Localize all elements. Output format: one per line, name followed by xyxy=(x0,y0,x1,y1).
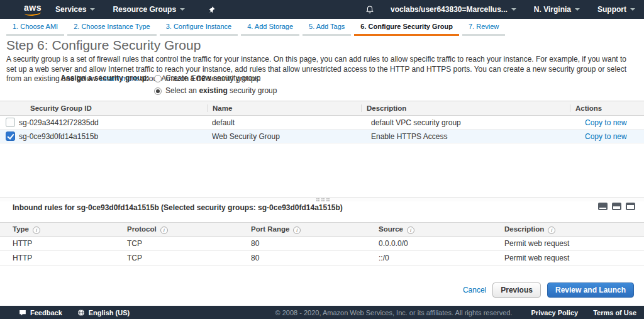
support-label: Support xyxy=(597,5,626,14)
chevron-down-icon xyxy=(180,8,185,11)
radio-label: Select an existing security group xyxy=(165,86,277,96)
radio-create-new-security-group[interactable]: Create a new security group xyxy=(154,74,277,83)
pushpin-icon[interactable] xyxy=(199,0,225,19)
privacy-policy-link[interactable]: Privacy Policy xyxy=(524,309,586,316)
radio-checked-icon[interactable] xyxy=(154,87,162,95)
user-account-menu[interactable]: voclabs/user643830=Marcellus... xyxy=(382,0,525,19)
tab-configure-security-group[interactable]: 6. Configure Security Group xyxy=(354,19,459,36)
speech-bubble-icon xyxy=(19,309,26,316)
aws-logo[interactable]: aws xyxy=(19,3,47,16)
feedback-button[interactable]: Feedback xyxy=(0,309,70,316)
support-menu[interactable]: Support xyxy=(589,0,644,19)
inbound-rules-table: Type Protocol Port Range Source Descript… xyxy=(0,222,644,266)
main-content: Step 6: Configure Security Group A secur… xyxy=(0,36,644,306)
rule-port-range: 80 xyxy=(251,239,379,248)
security-group-id: sg-029a34412f72835dd xyxy=(19,118,212,127)
assign-security-group-label: Assign a security group: xyxy=(0,74,154,96)
user-account-label: voclabs/user643830=Marcellus... xyxy=(391,5,508,14)
rule-protocol: TCP xyxy=(127,254,251,262)
tab-review[interactable]: 7. Review xyxy=(462,19,505,36)
region-menu[interactable]: N. Virginia xyxy=(525,0,589,19)
security-groups-table-header: Security Group ID Name Description Actio… xyxy=(0,101,644,116)
review-and-launch-button[interactable]: Review and Launch xyxy=(547,283,634,298)
previous-button[interactable]: Previous xyxy=(492,283,541,298)
header-actions: Actions xyxy=(570,104,629,112)
info-circle-icon[interactable] xyxy=(33,227,40,234)
inbound-rule-row: HTTP TCP 80 0.0.0.0/0 Permit web request xyxy=(0,237,644,251)
tab-add-tags[interactable]: 5. Add Tags xyxy=(303,19,351,36)
tab-choose-ami[interactable]: 1. Choose AMI xyxy=(6,19,64,36)
security-group-row-web[interactable]: sg-0ce93d0fd14a1515b Web Security Group … xyxy=(0,130,644,143)
header-source: Source xyxy=(379,225,504,234)
rule-source: ::/0 xyxy=(379,254,504,262)
rule-protocol: TCP xyxy=(127,239,251,248)
tab-add-storage[interactable]: 4. Add Storage xyxy=(241,19,299,36)
pane-resize-handle[interactable] xyxy=(0,197,644,201)
inbound-rule-row: HTTP TCP 80 ::/0 Permit web request xyxy=(0,251,644,266)
topnav-right: voclabs/user643830=Marcellus... N. Virgi… xyxy=(358,0,644,19)
region-label: N. Virginia xyxy=(534,5,571,14)
ec2-launch-wizard: aws Services Resource Groups voclabs/use… xyxy=(0,0,644,319)
cancel-link[interactable]: Cancel xyxy=(463,286,486,294)
rule-type: HTTP xyxy=(0,254,127,262)
security-group-id: sg-0ce93d0fd14a1515b xyxy=(19,132,212,141)
drag-dots-icon xyxy=(326,198,328,199)
info-circle-icon[interactable] xyxy=(407,227,414,234)
pane-layout-large-icon[interactable] xyxy=(626,203,635,210)
chevron-down-icon xyxy=(90,8,95,11)
header-type: Type xyxy=(0,225,127,234)
info-circle-icon[interactable] xyxy=(160,227,168,234)
notifications-bell-icon[interactable] xyxy=(358,5,382,14)
pane-layout-medium-icon[interactable] xyxy=(612,203,621,210)
wizard-step-tabs: 1. Choose AMI 2. Choose Instance Type 3.… xyxy=(0,19,644,36)
radio-select-existing-security-group[interactable]: Select an existing security group xyxy=(154,86,277,96)
language-selector[interactable]: English (US) xyxy=(70,309,137,316)
checkbox-checked[interactable] xyxy=(6,132,15,141)
security-group-description: default VPC security group xyxy=(371,118,585,127)
info-circle-icon[interactable] xyxy=(293,227,301,234)
terms-of-use-link[interactable]: Terms of Use xyxy=(586,309,644,316)
page-title: Step 6: Configure Security Group xyxy=(6,38,201,53)
footer-bar: Feedback English (US) © 2008 - 2020, Ama… xyxy=(0,306,644,319)
aws-smile-swoosh xyxy=(25,9,42,16)
top-navbar: aws Services Resource Groups voclabs/use… xyxy=(0,0,644,19)
header-description: Description xyxy=(361,104,575,112)
radio-label: Create a new security group xyxy=(165,74,260,83)
radio-unchecked-icon[interactable] xyxy=(154,75,162,82)
header-security-group-id: Security Group ID xyxy=(19,104,212,112)
security-group-name: default xyxy=(212,118,371,127)
copy-to-new-link[interactable]: Copy to new xyxy=(585,118,627,127)
services-menu[interactable]: Services xyxy=(47,0,104,19)
rule-type: HTTP xyxy=(0,239,127,248)
rule-port-range: 80 xyxy=(251,254,379,262)
resource-groups-menu[interactable]: Resource Groups xyxy=(104,0,194,19)
pane-layout-small-icon[interactable] xyxy=(598,203,608,210)
chevron-down-icon xyxy=(575,8,580,11)
checkbox-unchecked[interactable] xyxy=(6,118,15,127)
inbound-rules-title: Inbound rules for sg-0ce93d0fd14a1515b (… xyxy=(13,203,343,212)
header-protocol: Protocol xyxy=(127,225,251,234)
header-description: Description xyxy=(504,225,631,234)
assign-security-group-section: Assign a security group: Create a new se… xyxy=(0,74,277,96)
drag-dots-icon xyxy=(316,198,318,199)
rule-description: Permit web request xyxy=(504,254,631,262)
pane-layout-toggles xyxy=(598,203,635,210)
globe-icon xyxy=(77,309,85,316)
rule-source: 0.0.0.0/0 xyxy=(379,239,504,248)
services-menu-label: Services xyxy=(55,5,86,14)
security-group-row-default[interactable]: sg-029a34412f72835dd default default VPC… xyxy=(0,116,644,130)
wizard-actions: Cancel Previous Review and Launch xyxy=(463,283,634,298)
tab-configure-instance[interactable]: 3. Configure Instance xyxy=(160,19,238,36)
chevron-down-icon xyxy=(630,8,635,11)
security-group-description: Enable HTTPS Access xyxy=(371,132,585,141)
drag-dots-icon xyxy=(321,198,323,199)
copy-to-new-link[interactable]: Copy to new xyxy=(585,132,627,141)
feedback-label: Feedback xyxy=(30,309,62,316)
copyright-text: © 2008 - 2020, Amazon Web Services, Inc.… xyxy=(275,309,524,316)
tab-choose-instance-type[interactable]: 2. Choose Instance Type xyxy=(67,19,157,36)
security-groups-table: Security Group ID Name Description Actio… xyxy=(0,101,644,143)
footer-right: © 2008 - 2020, Amazon Web Services, Inc.… xyxy=(275,309,644,316)
header-name: Name xyxy=(207,104,366,112)
info-circle-icon[interactable] xyxy=(548,227,555,234)
resource-groups-menu-label: Resource Groups xyxy=(113,5,176,14)
